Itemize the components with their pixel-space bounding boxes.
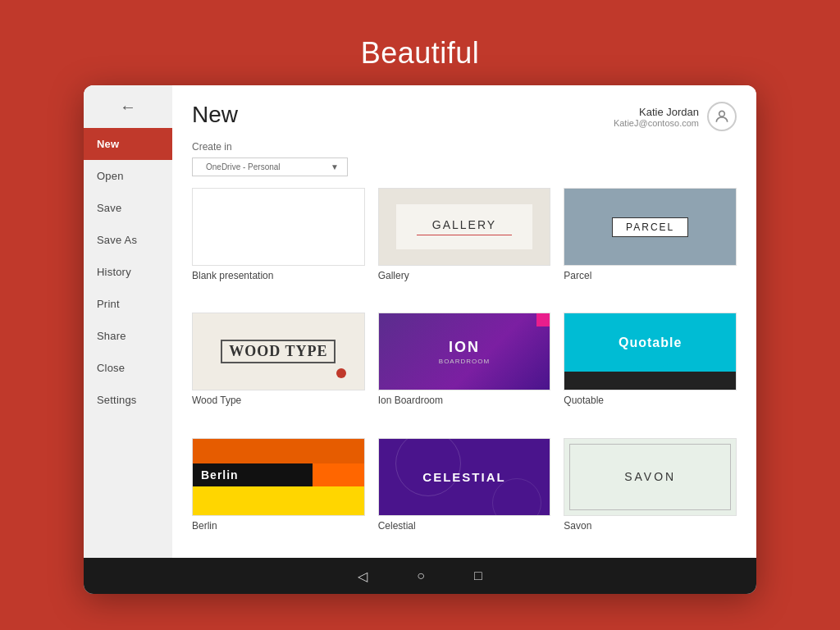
new-heading: New [192,102,238,128]
sidebar-item-open[interactable]: Open [84,160,172,192]
celestial-text: CELESTIAL [422,470,505,484]
create-in-select[interactable]: OneDrive - Personal ▼ [192,158,348,176]
templates-grid: Blank presentation GALLERY Gallery [192,188,737,558]
sidebar-item-close[interactable]: Close [84,352,172,384]
template-name-gallery: Gallery [378,270,551,281]
template-name-woodtype: Wood Type [192,395,365,406]
sidebar-item-save[interactable]: Save [84,192,172,224]
sidebar-item-share[interactable]: Share [84,320,172,352]
back-icon: ← [120,98,136,116]
template-name-parcel: Parcel [564,270,737,281]
ion-sub: BOARDROOM [439,358,490,365]
woodtype-text: WOOD TYPE [221,340,336,363]
template-woodtype[interactable]: WOOD TYPE Wood Type [192,313,365,424]
create-in-label: Create in [192,141,737,153]
android-nav: ◁ ○ □ [84,558,756,594]
sidebar-item-print[interactable]: Print [84,288,172,320]
template-name-savon: Savon [564,520,737,532]
tablet-frame: ← New Open Save Save As History Print Sh… [84,85,756,594]
svg-point-0 [719,111,725,116]
template-celestial[interactable]: CELESTIAL Celestial [378,438,551,550]
savon-text: SAVON [624,470,676,483]
user-email: KatieJ@contoso.com [614,118,699,128]
template-berlin[interactable]: Berlin Berlin [192,438,365,550]
main-content: New Katie Jordan KatieJ@contoso.com Crea… [172,85,756,558]
template-thumb-celestial: CELESTIAL [378,438,551,516]
sidebar: ← New Open Save Save As History Print Sh… [84,85,172,558]
parcel-text: PARCEL [626,221,674,233]
sidebar-item-saveas[interactable]: Save As [84,224,172,256]
template-name-berlin: Berlin [192,520,365,532]
template-quotable[interactable]: Quotable Quotable [564,313,737,424]
template-gallery[interactable]: GALLERY Gallery [378,188,551,299]
gallery-text: GALLERY [432,218,496,231]
template-ion[interactable]: ION BOARDROOM Ion Boardroom [378,313,551,424]
template-name-celestial: Celestial [378,520,551,532]
template-blank[interactable]: Blank presentation [192,188,365,299]
template-parcel[interactable]: PARCEL Parcel [564,188,737,299]
sidebar-item-new[interactable]: New [84,128,172,160]
main-header: New Katie Jordan KatieJ@contoso.com [192,102,737,131]
nav-recent-button[interactable]: □ [474,568,482,583]
template-thumb-gallery: GALLERY [378,188,551,266]
template-thumb-savon: SAVON [564,438,737,516]
template-thumb-quotable: Quotable [564,313,737,390]
dropdown-arrow-icon: ▼ [331,162,339,171]
berlin-text: Berlin [201,468,239,482]
sidebar-item-history[interactable]: History [84,256,172,288]
nav-home-button[interactable]: ○ [417,568,425,583]
create-in-value: OneDrive - Personal [206,162,281,171]
user-name: Katie Jordan [614,106,699,118]
nav-back-button[interactable]: ◁ [358,568,368,584]
page-title: Beautiful [361,36,480,71]
template-name-ion: Ion Boardroom [378,395,551,406]
woodtype-dot [336,368,346,378]
template-thumb-ion: ION BOARDROOM [378,313,551,390]
ion-title: ION [439,339,490,356]
user-avatar[interactable] [707,102,737,131]
template-thumb-parcel: PARCEL [564,188,737,266]
user-info: Katie Jordan KatieJ@contoso.com [614,102,737,131]
user-text: Katie Jordan KatieJ@contoso.com [614,106,699,128]
template-savon[interactable]: SAVON Savon [564,438,737,550]
template-thumb-blank [192,188,365,266]
back-button[interactable]: ← [84,85,172,128]
template-name-blank: Blank presentation [192,270,365,281]
template-thumb-berlin: Berlin [192,438,365,516]
tablet-content: ← New Open Save Save As History Print Sh… [84,85,756,558]
template-name-quotable: Quotable [564,395,737,406]
template-thumb-woodtype: WOOD TYPE [192,313,365,390]
sidebar-item-settings[interactable]: Settings [84,384,172,416]
quotable-text: Quotable [619,336,682,350]
